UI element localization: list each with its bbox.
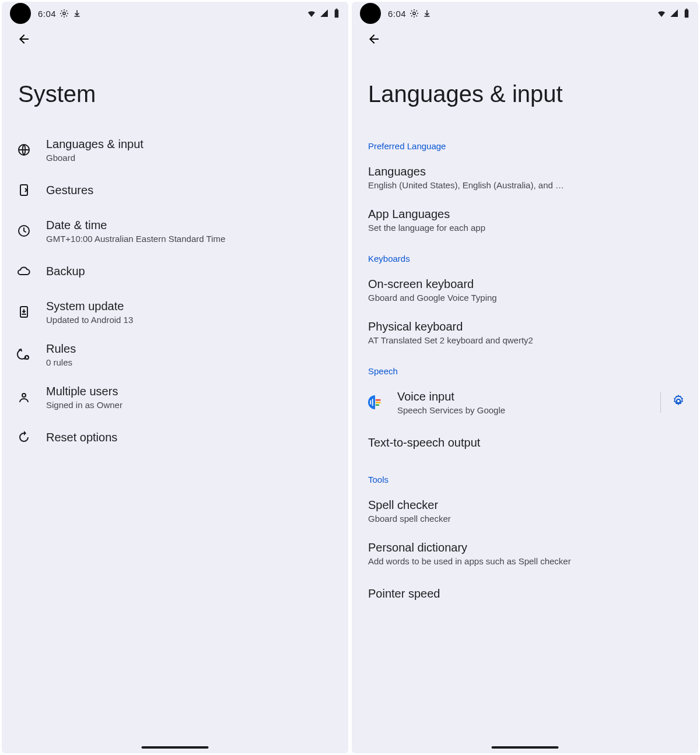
- statusbar: 6:04: [2, 2, 348, 25]
- download-icon: [72, 9, 82, 18]
- list-item[interactable]: On-screen keyboard Gboard and Google Voi…: [352, 268, 698, 311]
- item-title: Gestures: [46, 182, 335, 198]
- screen-system: 6:04 System Languages & input Gboard Ges…: [2, 2, 348, 753]
- settings-running-icon: [410, 9, 419, 18]
- item-title: Pointer speed: [368, 586, 685, 601]
- list-item[interactable]: Physical keyboard AT Translated Set 2 ke…: [352, 311, 698, 353]
- list-item[interactable]: Spell checker Gboard spell checker: [352, 489, 698, 532]
- item-title: Spell checker: [368, 497, 685, 512]
- section-header: Keyboards: [352, 241, 698, 268]
- list-item[interactable]: Pointer speed: [352, 574, 698, 613]
- item-title: Languages & input: [46, 136, 335, 152]
- back-button[interactable]: [12, 27, 36, 51]
- back-icon: [367, 32, 381, 46]
- item-title: Voice input: [397, 389, 653, 404]
- reset-icon: [17, 430, 31, 444]
- person-icon: [17, 390, 31, 404]
- settings-gear-button[interactable]: [671, 394, 685, 410]
- divider: [660, 392, 661, 413]
- page-title: Languages & input: [352, 53, 698, 128]
- item-title: Date & time: [46, 217, 335, 233]
- voice-icon: [368, 395, 382, 409]
- list-item[interactable]: Reset options: [2, 418, 348, 456]
- list-item[interactable]: System update Updated to Android 13: [2, 290, 348, 333]
- list-item[interactable]: Voice input Speech Services by Google: [352, 381, 698, 423]
- cell-signal-icon: [319, 8, 330, 19]
- item-subtitle: Gboard: [46, 153, 335, 163]
- settings-running-icon: [60, 9, 69, 18]
- item-subtitle: Signed in as Owner: [46, 400, 335, 410]
- item-title: App Languages: [368, 206, 685, 222]
- back-icon: [17, 32, 31, 46]
- item-subtitle: Set the language for each app: [368, 223, 685, 233]
- item-subtitle: GMT+10:00 Australian Eastern Standard Ti…: [46, 234, 335, 244]
- globe-icon: [17, 143, 31, 157]
- list-item[interactable]: Rules 0 rules: [2, 333, 348, 375]
- item-title: Text-to-speech output: [368, 435, 685, 450]
- nav-indicator[interactable]: [142, 746, 209, 749]
- cell-signal-icon: [669, 8, 680, 19]
- status-time: 6:04: [388, 9, 406, 19]
- item-title: Multiple users: [46, 384, 335, 399]
- nav-indicator[interactable]: [492, 746, 559, 749]
- toolbar: [2, 25, 348, 53]
- item-title: Reset options: [46, 430, 335, 445]
- screen-languages-input: 6:04 Languages & input Preferred Languag…: [352, 2, 698, 753]
- item-subtitle: Updated to Android 13: [46, 315, 335, 325]
- settings-list: Languages & input Gboard Gestures Date &…: [2, 128, 348, 753]
- update-icon: [17, 305, 31, 319]
- item-title: On-screen keyboard: [368, 276, 685, 292]
- battery-icon: [333, 8, 340, 19]
- item-subtitle: Speech Services by Google: [397, 405, 653, 415]
- page-title: System: [2, 53, 348, 128]
- list-item[interactable]: Date & time GMT+10:00 Australian Eastern…: [2, 209, 348, 252]
- list-item[interactable]: Backup: [2, 252, 348, 290]
- status-time: 6:04: [38, 9, 56, 19]
- toolbar: [352, 25, 698, 53]
- item-title: Languages: [368, 164, 685, 179]
- item-title: Rules: [46, 341, 335, 356]
- avatar[interactable]: [10, 3, 31, 24]
- list-item[interactable]: Personal dictionary Add words to be used…: [352, 532, 698, 574]
- item-title: Physical keyboard: [368, 319, 685, 334]
- cloud-icon: [17, 264, 31, 278]
- list-item[interactable]: Text-to-speech output: [352, 423, 698, 462]
- item-title: Backup: [46, 264, 335, 279]
- avatar[interactable]: [360, 3, 381, 24]
- section-header: Speech: [352, 353, 698, 381]
- settings-list: Preferred Language Languages English (Un…: [352, 128, 698, 753]
- item-subtitle: Add words to be used in apps such as Spe…: [368, 556, 685, 566]
- list-item[interactable]: Gestures: [2, 171, 348, 209]
- section-header: Tools: [352, 462, 698, 489]
- download-icon: [422, 9, 432, 18]
- gesture-icon: [17, 183, 31, 197]
- item-subtitle: 0 rules: [46, 357, 335, 367]
- item-subtitle: English (United States), English (Austra…: [368, 180, 685, 190]
- list-item[interactable]: Languages English (United States), Engli…: [352, 156, 698, 198]
- wifi-icon: [656, 8, 667, 19]
- gear-icon: [671, 394, 685, 408]
- item-title: System update: [46, 299, 335, 314]
- item-title: Personal dictionary: [368, 540, 685, 555]
- list-item[interactable]: Multiple users Signed in as Owner: [2, 375, 348, 418]
- section-header: Preferred Language: [352, 128, 698, 156]
- statusbar: 6:04: [352, 2, 698, 25]
- battery-icon: [683, 8, 690, 19]
- clock-icon: [17, 224, 31, 238]
- item-subtitle: AT Translated Set 2 keyboard and qwerty2: [368, 335, 685, 345]
- list-item[interactable]: App Languages Set the language for each …: [352, 198, 698, 241]
- list-item[interactable]: Languages & input Gboard: [2, 128, 348, 171]
- rules-icon: [17, 347, 31, 361]
- back-button[interactable]: [362, 27, 386, 51]
- item-subtitle: Gboard spell checker: [368, 514, 685, 524]
- wifi-icon: [306, 8, 317, 19]
- item-subtitle: Gboard and Google Voice Typing: [368, 293, 685, 303]
